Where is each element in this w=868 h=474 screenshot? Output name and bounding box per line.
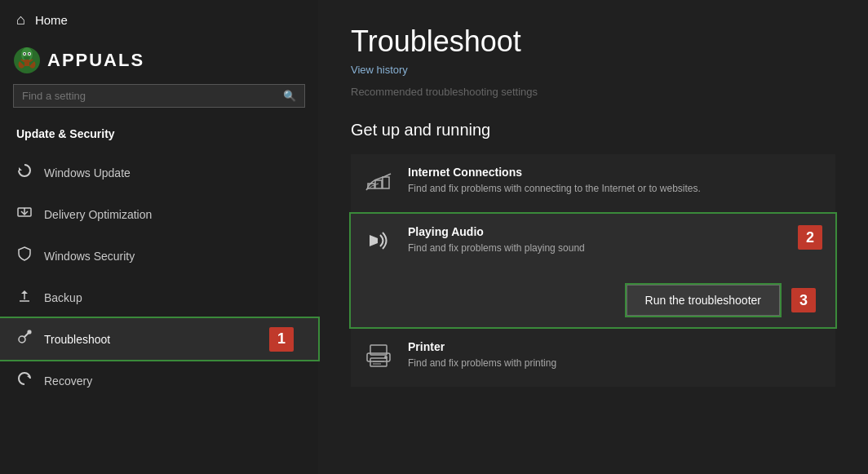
sidebar-item-backup[interactable]: Backup bbox=[0, 277, 318, 318]
logo-area: APPUALS bbox=[0, 40, 318, 78]
troubleshoot-icon bbox=[16, 330, 33, 348]
sidebar-label-recovery: Recovery bbox=[44, 374, 92, 388]
sidebar-item-recovery[interactable]: Recovery bbox=[0, 360, 318, 401]
internet-connections-icon bbox=[364, 166, 393, 201]
sidebar-header: ⌂ Home bbox=[0, 0, 318, 40]
playing-audio-icon bbox=[364, 225, 393, 260]
troubleshoot-item-playing-audio[interactable]: Playing Audio Find and fix problems with… bbox=[351, 214, 835, 327]
svg-point-4 bbox=[24, 53, 25, 55]
main-content: Troubleshoot View history Recommended tr… bbox=[318, 0, 868, 474]
troubleshoot-badge: 1 bbox=[269, 327, 294, 352]
sidebar-item-troubleshoot[interactable]: Troubleshoot 1 bbox=[0, 318, 318, 360]
sidebar-label-windows-security: Windows Security bbox=[44, 250, 135, 263]
search-input[interactable] bbox=[22, 90, 283, 102]
home-icon: ⌂ bbox=[16, 11, 25, 29]
sidebar-item-windows-security[interactable]: Windows Security bbox=[0, 235, 318, 277]
sidebar-item-windows-update[interactable]: Windows Update bbox=[0, 152, 318, 193]
logo-icon bbox=[13, 47, 41, 74]
section-title: Update & Security bbox=[0, 119, 318, 152]
svg-point-25 bbox=[384, 356, 388, 359]
svg-point-14 bbox=[19, 336, 25, 343]
svg-rect-20 bbox=[383, 177, 389, 188]
svg-marker-8 bbox=[19, 167, 22, 171]
svg-point-6 bbox=[24, 56, 30, 60]
search-box[interactable]: 🔍 bbox=[13, 84, 305, 108]
recovery-icon bbox=[16, 371, 33, 390]
windows-security-icon bbox=[16, 246, 33, 265]
logo-text: APPUALS bbox=[47, 50, 144, 71]
item-top-printer: Printer Find and fix problems with print… bbox=[364, 340, 822, 375]
sidebar-label-windows-update: Windows Update bbox=[44, 166, 131, 179]
internet-connections-text: Internet Connections Find and fix proble… bbox=[408, 166, 822, 196]
backup-icon bbox=[16, 288, 33, 307]
printer-icon bbox=[364, 340, 393, 375]
page-title: Troubleshoot bbox=[351, 24, 835, 59]
playing-audio-text: Playing Audio Find and fix problems with… bbox=[408, 225, 783, 255]
svg-rect-23 bbox=[370, 358, 387, 366]
rec-settings-link[interactable]: Recommended troubleshooting settings bbox=[351, 86, 835, 98]
svg-rect-7 bbox=[24, 60, 29, 66]
printer-text: Printer Find and fix problems with print… bbox=[408, 340, 822, 370]
run-troubleshooter-button[interactable]: Run the troubleshooter bbox=[627, 285, 780, 316]
playing-audio-badge: 2 bbox=[798, 225, 822, 250]
search-icon: 🔍 bbox=[283, 90, 296, 102]
svg-marker-12 bbox=[21, 290, 28, 294]
svg-rect-16 bbox=[28, 330, 31, 334]
item-top-internet: Internet Connections Find and fix proble… bbox=[364, 166, 822, 201]
sidebar-label-delivery-optimization: Delivery Optimization bbox=[44, 208, 152, 221]
run-btn-badge: 3 bbox=[791, 288, 816, 312]
playing-audio-name: Playing Audio bbox=[408, 225, 783, 238]
svg-marker-17 bbox=[27, 375, 30, 379]
delivery-optimization-icon bbox=[16, 205, 33, 224]
run-btn-area: Run the troubleshooter 3 bbox=[364, 285, 822, 316]
nav-list: Windows Update Delivery Optimization Win… bbox=[0, 152, 318, 401]
view-history-link[interactable]: View history bbox=[351, 64, 835, 76]
sidebar-item-delivery-optimization[interactable]: Delivery Optimization bbox=[0, 193, 318, 235]
sidebar-label-backup: Backup bbox=[44, 291, 82, 304]
item-top-audio: Playing Audio Find and fix problems with… bbox=[364, 225, 822, 260]
sidebar: ⌂ Home APPUALS 🔍 Update & Security bbox=[0, 0, 318, 474]
sidebar-label-troubleshoot: Troubleshoot bbox=[44, 333, 110, 346]
troubleshoot-item-printer[interactable]: Printer Find and fix problems with print… bbox=[351, 329, 835, 387]
svg-marker-21 bbox=[370, 235, 378, 246]
windows-update-icon bbox=[16, 163, 33, 182]
svg-point-5 bbox=[29, 53, 30, 55]
playing-audio-desc: Find and fix problems with playing sound bbox=[408, 241, 783, 255]
home-label[interactable]: Home bbox=[35, 13, 68, 27]
printer-desc: Find and fix problems with printing bbox=[408, 357, 822, 370]
troubleshoot-item-internet-connections[interactable]: Internet Connections Find and fix proble… bbox=[351, 154, 835, 212]
printer-name: Printer bbox=[408, 340, 822, 353]
internet-connections-desc: Find and fix problems with connecting to… bbox=[408, 182, 822, 196]
section-heading: Get up and running bbox=[351, 121, 835, 140]
internet-connections-name: Internet Connections bbox=[408, 166, 822, 179]
